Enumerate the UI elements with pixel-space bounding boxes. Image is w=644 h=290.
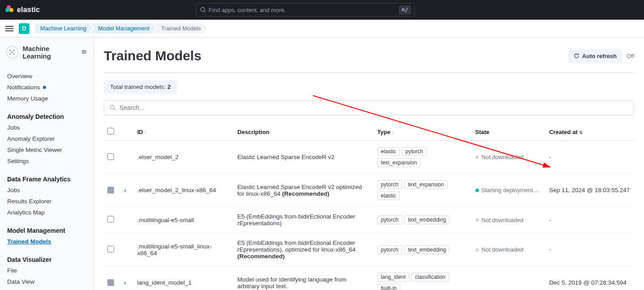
tag: text_embedding	[404, 215, 449, 224]
model-state: Not downloaded	[475, 246, 542, 253]
sidebar-item[interactable]: Notifications	[0, 82, 93, 93]
sidebar-item[interactable]: Jobs	[0, 185, 93, 196]
sidebar-item-label: Jobs	[7, 124, 20, 131]
svg-line-1	[204, 11, 206, 13]
created-at: -	[546, 141, 634, 174]
model-tags: pytorchtext_embedding	[377, 215, 468, 224]
svg-point-4	[13, 50, 15, 51]
tag: elastic	[377, 147, 400, 156]
expand-row-icon[interactable]: ›	[124, 279, 127, 286]
sidebar-heading: Model Management	[0, 223, 93, 236]
global-search[interactable]: Find apps, content, and more. ⌘/	[196, 3, 415, 17]
sidebar-item[interactable]: Results Explorer	[0, 196, 93, 207]
table-search[interactable]	[104, 100, 634, 115]
sidebar-item-label: Overview	[7, 73, 32, 80]
space-avatar[interactable]: D	[19, 23, 30, 34]
model-id: .multilingual-e5-small_linux-x86_64	[134, 233, 234, 266]
sidebar-item[interactable]: Jobs	[0, 122, 93, 133]
sidebar-item[interactable]: File	[0, 265, 93, 276]
model-state: Not downloaded	[475, 154, 542, 160]
search-icon	[110, 105, 116, 111]
breadcrumb-item[interactable]: Model Management	[90, 23, 156, 34]
sidebar-controls-icon[interactable]	[81, 49, 87, 56]
sidebar-item[interactable]: Trained Models	[0, 236, 93, 247]
column-header-id[interactable]: ID ↑	[134, 123, 234, 141]
model-description: Elastic Learned Sparse EncodeR v2	[234, 141, 374, 174]
sidebar-item[interactable]: Data View	[0, 276, 93, 287]
sidebar-item-label: Results Explorer	[7, 198, 51, 205]
sidebar-item[interactable]: Anomaly Explorer	[0, 133, 93, 144]
tag: pytorch	[402, 147, 427, 156]
state-text: Not downloaded	[482, 217, 524, 223]
table-row: .multilingual-e5-smallE5 (EmbEddings fro…	[104, 207, 634, 233]
column-header-state[interactable]: State	[472, 123, 546, 141]
state-dot-icon	[475, 156, 479, 159]
row-checkbox[interactable]	[107, 153, 114, 160]
sidebar-item[interactable]: Analytics Map	[0, 207, 93, 218]
created-at: Dec 5, 2019 @ 07:28:34.594	[546, 266, 634, 290]
column-header-description[interactable]: Description	[234, 123, 374, 141]
total-count-label: Total trained models:	[110, 84, 167, 90]
model-tags: elasticpytorchtext_expansion	[377, 147, 468, 167]
menu-toggle-icon[interactable]	[5, 25, 13, 33]
sidebar-item-label: Notifications	[7, 84, 40, 91]
column-header-created[interactable]: Created at ⇅	[546, 123, 634, 141]
sidebar-item-label: Analytics Map	[7, 209, 45, 216]
sidebar-item[interactable]: Overview	[0, 71, 93, 82]
svg-point-3	[10, 50, 11, 51]
model-description: Elastic Learned Sparse EncodeR v2 optimi…	[234, 174, 374, 207]
svg-line-11	[114, 109, 116, 111]
created-at: Sep 11, 2024 @ 18:03:55.247	[546, 174, 634, 207]
row-checkbox[interactable]	[107, 279, 114, 286]
breadcrumb-item[interactable]: Machine Learning	[35, 23, 93, 34]
table-row: .elser_model_2Elastic Learned Sparse Enc…	[104, 141, 634, 174]
created-at: -	[546, 207, 634, 233]
sidebar-item-label: Memory Usage	[7, 95, 48, 102]
state-dot-icon	[475, 218, 479, 222]
svg-point-5	[10, 54, 11, 55]
refresh-icon	[573, 53, 580, 59]
tag: text_embedding	[404, 245, 449, 254]
tag: classification	[411, 273, 449, 282]
expand-row-icon[interactable]: ›	[124, 187, 127, 193]
tag: built-in	[377, 284, 400, 290]
state-text: Not downloaded	[482, 246, 524, 253]
sidebar-item-label: Data View	[7, 278, 34, 285]
row-checkbox[interactable]	[107, 216, 114, 223]
column-header-type[interactable]: Type ↓	[374, 123, 472, 141]
search-icon	[200, 7, 206, 13]
sort-icon: ↓	[392, 130, 394, 135]
auto-refresh-state: Off	[627, 53, 634, 59]
model-tags: lang_identclassificationbuilt-in	[377, 273, 468, 290]
table-search-input[interactable]	[119, 104, 628, 111]
total-count-chip: Total trained models: 2	[104, 80, 177, 94]
total-count-value: 2	[167, 84, 171, 90]
brand-logo[interactable]: elastic	[5, 5, 40, 14]
model-description: E5 (EmbEddings from bidirEctional Encode…	[234, 233, 374, 266]
state-text: Not downloaded	[482, 154, 524, 160]
breadcrumb-item: Trained Models	[153, 23, 207, 34]
sidebar-heading: Anomaly Detection	[0, 109, 93, 122]
svg-point-0	[200, 8, 204, 12]
sort-asc-icon: ↑	[144, 130, 147, 135]
select-all-checkbox[interactable]	[107, 128, 114, 134]
sidebar-item[interactable]: Memory Usage	[0, 93, 93, 104]
tag: text_expansion	[404, 180, 448, 189]
state-text: Starting deployment…	[482, 187, 539, 193]
model-state: Not downloaded	[475, 217, 542, 223]
model-id: lang_ident_model_1	[134, 266, 234, 290]
auto-refresh-button[interactable]: Auto refresh	[568, 49, 622, 63]
sidebar-item[interactable]: Settings	[0, 156, 93, 167]
tag: text_expansion	[377, 158, 421, 167]
row-checkbox[interactable]	[107, 187, 114, 193]
sidebar-item[interactable]: Single Metric Viewer	[0, 144, 93, 156]
model-description: Model used for identifying language from…	[234, 266, 374, 290]
keyboard-shortcut-hint: ⌘/	[399, 5, 411, 14]
trained-models-table: ID ↑ Description Type ↓ State Created at…	[104, 123, 634, 290]
sidebar-heading: Data Visualizer	[0, 252, 93, 265]
table-row: ›.elser_model_2_linux-x86_64Elastic Lear…	[104, 174, 634, 207]
svg-point-8	[85, 51, 86, 52]
row-checkbox[interactable]	[107, 246, 114, 252]
model-id: .elser_model_2_linux-x86_64	[134, 174, 234, 207]
ml-app-icon	[6, 46, 18, 59]
